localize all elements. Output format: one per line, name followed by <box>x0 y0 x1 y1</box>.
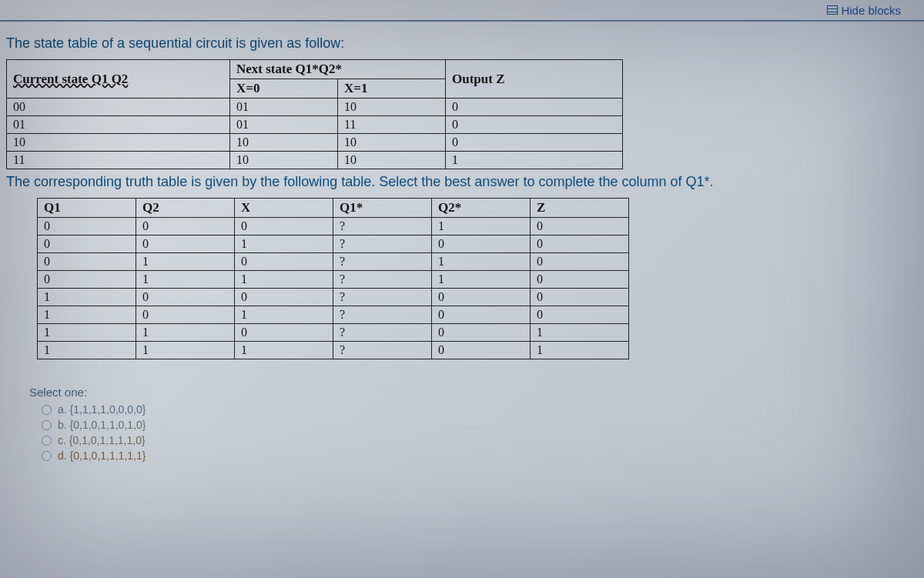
truth-cell: ? <box>333 342 432 359</box>
truth-cell: 1 <box>38 324 136 342</box>
truth-cell: 0 <box>432 342 531 359</box>
truth-cell: 1 <box>38 306 136 324</box>
truth-cell: 0 <box>531 236 629 253</box>
state-table-cell: 10 <box>230 152 338 169</box>
truth-header-x: X <box>235 199 333 218</box>
state-table-row: 01 01 11 0 <box>7 116 623 134</box>
truth-cell: 0 <box>235 289 333 306</box>
truth-cell: ? <box>333 253 432 271</box>
question-content: The state table of a sequential circuit … <box>0 22 924 471</box>
truth-cell: ? <box>333 236 432 253</box>
option-d[interactable]: d. {0,1,0,1,1,1,1,1} <box>42 449 918 462</box>
truth-cell: 1 <box>38 342 136 359</box>
truth-cell: 0 <box>531 218 629 236</box>
truth-cell: 1 <box>136 271 235 289</box>
state-table-cell: 0 <box>446 99 623 116</box>
state-table-cell: 10 <box>338 152 446 169</box>
truth-header-q2: Q2 <box>136 199 235 218</box>
truth-table-row: 0 0 0 ? 1 0 <box>38 218 629 236</box>
truth-table-row: 1 1 0 ? 0 1 <box>38 324 629 342</box>
state-table-cell: 01 <box>230 116 338 134</box>
truth-table-row: 1 1 1 ? 0 1 <box>38 342 629 359</box>
state-table-header-x1: X=1 <box>338 79 446 99</box>
truth-cell: 1 <box>38 289 136 306</box>
truth-cell: ? <box>333 324 432 342</box>
truth-table-row: 1 0 0 ? 0 0 <box>38 289 629 306</box>
option-c[interactable]: c. {0,1,0,1,1,1,1,0} <box>42 434 918 446</box>
state-table: Current state Q1 Q2 Next state Q1*Q2* Ou… <box>6 59 623 169</box>
truth-table-row: 0 1 0 ? 1 0 <box>38 253 629 271</box>
state-table-row: 10 10 10 0 <box>7 134 623 152</box>
hide-blocks-toggle[interactable]: Hide blocks <box>827 4 901 17</box>
truth-table-row: 0 0 1 ? 0 0 <box>38 236 629 253</box>
truth-cell: ? <box>333 289 432 306</box>
truth-cell: 0 <box>136 306 235 324</box>
truth-cell: 0 <box>38 271 136 289</box>
option-b[interactable]: b. {0,1,0,1,1,0,1,0} <box>42 419 918 431</box>
state-table-cell: 0 <box>446 134 623 152</box>
truth-header-q1: Q1 <box>38 199 136 218</box>
state-table-cell: 11 <box>338 116 446 134</box>
radio-icon <box>42 451 52 461</box>
truth-cell: 0 <box>136 289 235 306</box>
truth-cell: 1 <box>432 218 531 236</box>
truth-cell: 0 <box>432 236 531 253</box>
truth-table-row: 0 1 1 ? 1 0 <box>38 271 629 289</box>
state-table-header-x0: X=0 <box>230 79 338 99</box>
state-table-cell: 01 <box>230 99 338 116</box>
truth-header-z: Z <box>531 199 629 218</box>
state-table-cell: 1 <box>446 152 623 169</box>
truth-cell: 1 <box>235 342 333 359</box>
truth-table: Q1 Q2 X Q1* Q2* Z 0 0 0 ? 1 0 0 0 1 ? 0 <box>37 198 629 359</box>
truth-cell: 1 <box>136 342 235 359</box>
truth-cell: 0 <box>432 289 531 306</box>
select-one-block: Select one: a. {1,1,1,1,0,0,0,0} b. {0,1… <box>29 386 918 462</box>
truth-table-row: 1 0 1 ? 0 0 <box>38 306 629 324</box>
truth-cell: ? <box>333 306 432 324</box>
state-table-cell: 10 <box>7 134 230 152</box>
option-a[interactable]: a. {1,1,1,1,0,0,0,0} <box>42 403 918 416</box>
truth-cell: 1 <box>432 253 531 271</box>
blocks-icon <box>827 5 838 15</box>
truth-cell: 0 <box>38 253 136 271</box>
truth-cell: 0 <box>136 218 235 236</box>
truth-header-q1star: Q1* <box>333 199 432 218</box>
option-d-label: d. {0,1,0,1,1,1,1,1} <box>58 449 146 462</box>
topbar: Hide blocks <box>0 0 924 22</box>
truth-cell: 0 <box>432 306 531 324</box>
truth-cell: 0 <box>235 218 333 236</box>
state-table-header-current: Current state Q1 Q2 <box>7 60 230 99</box>
state-table-header-output: Output Z <box>446 60 623 99</box>
truth-cell: 1 <box>136 324 235 342</box>
truth-cell: 1 <box>235 306 333 324</box>
truth-header-q2star: Q2* <box>432 199 531 218</box>
select-one-title: Select one: <box>29 386 918 399</box>
state-table-cell: 10 <box>338 99 446 116</box>
truth-cell: ? <box>333 218 432 236</box>
intro-line-2: The corresponding truth table is given b… <box>6 174 918 190</box>
page-root: Hide blocks The state table of a sequent… <box>0 0 924 578</box>
truth-cell: 0 <box>235 253 333 271</box>
state-table-cell: 00 <box>7 99 230 116</box>
hide-blocks-label: Hide blocks <box>841 4 901 17</box>
truth-cell: 1 <box>432 271 531 289</box>
radio-icon <box>42 420 52 430</box>
truth-cell: 0 <box>531 289 629 306</box>
truth-cell: 0 <box>531 253 629 271</box>
truth-cell: ? <box>333 271 432 289</box>
state-table-row: 11 10 10 1 <box>7 152 623 169</box>
state-table-cell: 11 <box>7 152 230 169</box>
option-c-label: c. {0,1,0,1,1,1,1,0} <box>58 434 146 446</box>
truth-cell: 0 <box>38 236 136 253</box>
state-table-cell: 01 <box>7 116 230 134</box>
truth-cell: 1 <box>235 236 333 253</box>
truth-cell: 1 <box>136 253 235 271</box>
truth-cell: 0 <box>531 271 629 289</box>
truth-cell: 0 <box>38 218 136 236</box>
truth-cell: 0 <box>136 236 235 253</box>
state-table-cell: 10 <box>338 134 446 152</box>
truth-cell: 0 <box>235 324 333 342</box>
radio-icon <box>42 436 52 446</box>
state-table-cell: 0 <box>446 116 623 134</box>
truth-cell: 0 <box>531 306 629 324</box>
